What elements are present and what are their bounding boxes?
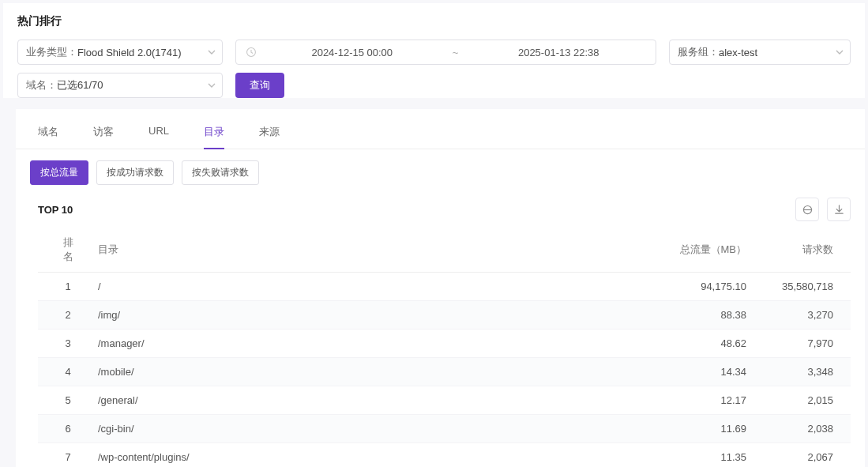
table-row: 4/mobile/14.343,348 (38, 358, 851, 386)
cell-traffic: 48.62 (653, 330, 764, 358)
date-start: 2024-12-15 00:00 (265, 47, 440, 58)
subtab-2[interactable]: 按失败请求数 (182, 160, 259, 185)
cell-requests: 2,015 (764, 386, 851, 415)
cell-rank: 3 (38, 330, 87, 358)
sort-subtabs: 按总流量按成功请求数按失败请求数 (16, 149, 865, 193)
col-rank: 排名 (38, 228, 87, 273)
service-group-value: alex-test (719, 47, 757, 58)
tab-2[interactable]: URL (148, 120, 169, 149)
date-end: 2025-01-13 22:38 (472, 47, 647, 58)
col-path: 目录 (87, 228, 653, 273)
cell-rank: 4 (38, 358, 87, 386)
chevron-down-icon (208, 81, 216, 89)
filters-row-1: 业务类型： Flood Shield 2.0(1741) 2024-12-15 … (17, 40, 851, 65)
business-type-label: 业务类型： (26, 45, 77, 59)
cell-path: /general/ (87, 386, 653, 415)
cell-path: /manager/ (87, 330, 653, 358)
table-header-bar: TOP 10 (16, 193, 865, 228)
filters-row-2: 域名： 已选61/70 查询 (17, 73, 851, 98)
cell-rank: 5 (38, 386, 87, 415)
cell-traffic: 14.34 (653, 358, 764, 386)
tab-3[interactable]: 目录 (204, 120, 224, 149)
cell-requests: 2,038 (764, 415, 851, 443)
table-header-row: 排名 目录 总流量（MB） 请求数 (38, 228, 851, 273)
domain-label: 域名： (26, 78, 57, 92)
table-container: 排名 目录 总流量（MB） 请求数 1/94,175.1035,580,7182… (16, 228, 865, 467)
cell-traffic: 12.17 (653, 386, 764, 415)
business-type-value: Flood Shield 2.0(1741) (77, 47, 182, 58)
cell-requests: 3,348 (764, 358, 851, 386)
download-button[interactable] (827, 198, 851, 221)
clock-icon (246, 47, 257, 58)
results-panel: 域名访客URL目录来源 按总流量按成功请求数按失败请求数 TOP 10 排名 目… (16, 109, 865, 467)
cell-traffic: 11.69 (653, 415, 764, 443)
table-row: 6/cgi-bin/11.692,038 (38, 415, 851, 443)
cell-requests: 2,067 (764, 443, 851, 468)
cell-traffic: 94,175.10 (653, 273, 764, 301)
cell-rank: 2 (38, 301, 87, 330)
table-actions (795, 198, 851, 221)
table-row: 5/general/12.172,015 (38, 386, 851, 415)
service-group-select[interactable]: 服务组： alex-test (669, 40, 851, 65)
cell-path: /cgi-bin/ (87, 415, 653, 443)
table-row: 2/img/88.383,270 (38, 301, 851, 330)
cell-path: / (87, 273, 653, 301)
tab-1[interactable]: 访客 (93, 120, 114, 149)
filter-panel: 热门排行 业务类型： Flood Shield 2.0(1741) 2024-1… (3, 3, 865, 98)
table-row: 7/wp-content/plugins/11.352,067 (38, 443, 851, 468)
domain-select[interactable]: 域名： 已选61/70 (17, 73, 223, 98)
cell-path: /mobile/ (87, 358, 653, 386)
subtab-0[interactable]: 按总流量 (30, 160, 88, 185)
cell-requests: 7,970 (764, 330, 851, 358)
chevron-down-icon (208, 48, 216, 56)
cell-requests: 35,580,718 (764, 273, 851, 301)
table-row: 3/manager/48.627,970 (38, 330, 851, 358)
cell-rank: 1 (38, 273, 87, 301)
chevron-down-icon (836, 48, 844, 56)
date-separator: ~ (440, 47, 472, 58)
domain-value: 已选61/70 (57, 78, 103, 92)
cell-traffic: 88.38 (653, 301, 764, 330)
cell-rank: 7 (38, 443, 87, 468)
date-range-picker[interactable]: 2024-12-15 00:00 ~ 2025-01-13 22:38 (235, 40, 656, 65)
subtab-1[interactable]: 按成功请求数 (96, 160, 174, 185)
settings-button[interactable] (795, 198, 819, 221)
col-traffic: 总流量（MB） (653, 228, 764, 273)
cell-traffic: 11.35 (653, 443, 764, 468)
cell-path: /wp-content/plugins/ (87, 443, 653, 468)
ranking-table: 排名 目录 总流量（MB） 请求数 1/94,175.1035,580,7182… (38, 228, 851, 467)
service-group-label: 服务组： (678, 45, 719, 59)
cell-path: /img/ (87, 301, 653, 330)
cell-requests: 3,270 (764, 301, 851, 330)
main-tabs: 域名访客URL目录来源 (16, 120, 865, 149)
top-n-label: TOP 10 (38, 204, 73, 216)
query-button[interactable]: 查询 (235, 73, 284, 98)
table-row: 1/94,175.1035,580,718 (38, 273, 851, 301)
business-type-select[interactable]: 业务类型： Flood Shield 2.0(1741) (17, 40, 223, 65)
page-title: 热门排行 (17, 14, 851, 28)
tab-0[interactable]: 域名 (38, 120, 58, 149)
tab-4[interactable]: 来源 (259, 120, 280, 149)
cell-rank: 6 (38, 415, 87, 443)
col-requests: 请求数 (764, 228, 851, 273)
